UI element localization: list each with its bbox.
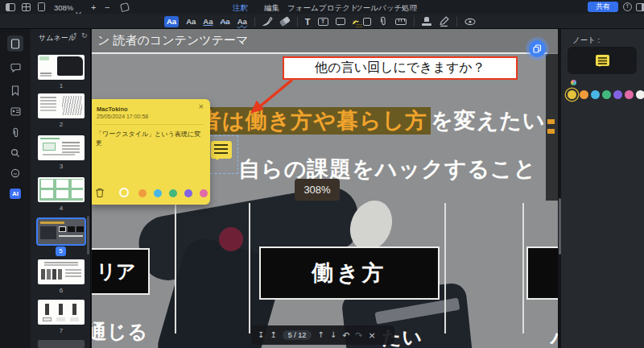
highlight-tool-icon[interactable]: Aa <box>164 16 179 27</box>
redo-icon[interactable]: ↻ <box>81 32 88 39</box>
bookmarks-panel-icon[interactable] <box>7 82 23 98</box>
note-delete-trash-icon[interactable] <box>95 188 105 198</box>
callout-text: 他の言い回しにできますか？ <box>315 60 485 77</box>
callout-tool-icon[interactable] <box>336 18 345 25</box>
undo-icon[interactable]: ↺ <box>71 32 77 39</box>
tab-tools[interactable]: ツール <box>355 3 378 14</box>
thumbnail-page-5-selected[interactable] <box>38 219 85 244</box>
tab-batch[interactable]: バッチ処理 <box>378 3 417 14</box>
tab-protect[interactable]: プロテクト <box>319 3 358 14</box>
sticky-note-anchor[interactable] <box>206 135 238 174</box>
note-style-preview-box[interactable] <box>568 47 637 74</box>
strikethrough-tool-icon[interactable]: Aa <box>220 17 229 27</box>
note-color-purple[interactable] <box>184 189 192 197</box>
measure-tool-icon[interactable] <box>395 19 407 25</box>
note-color-blue[interactable] <box>154 189 162 197</box>
sticky-note-popup[interactable]: MacTokino 25/05/2024 17:00:58 × 「ワークスタイル… <box>92 99 210 205</box>
thumbnail-label: 1 <box>38 82 85 89</box>
text-tool-icon[interactable]: T <box>305 17 311 27</box>
slide-headline-line2: 自らの課題をハックすること <box>238 155 536 184</box>
thumbnail-page-3[interactable] <box>38 135 85 160</box>
thumbnails-panel-icon[interactable] <box>7 35 23 52</box>
left-icon-strip: AI <box>0 29 31 348</box>
search-panel-icon[interactable] <box>7 145 23 161</box>
visibility-eye-icon[interactable] <box>464 17 476 27</box>
nav-close-icon[interactable]: × <box>369 331 376 340</box>
thumbnail-label: 2 <box>38 121 85 128</box>
slide-bottom-text-left: 通じる <box>92 319 148 345</box>
stamp-tool-icon[interactable] <box>422 17 431 26</box>
panel-color-orange[interactable] <box>580 90 588 99</box>
thumbnails-scrollbar[interactable] <box>87 216 89 255</box>
previous-page-icon[interactable]: ↑ <box>317 331 324 339</box>
tab-form[interactable]: フォーム <box>287 3 319 14</box>
note-style-icon <box>596 55 609 66</box>
grid-view-icon[interactable] <box>22 3 31 11</box>
slide-box-workstyle: 働き方 <box>259 246 440 300</box>
ai-copy-button[interactable] <box>529 40 546 57</box>
panel-color-pink[interactable] <box>625 90 634 99</box>
sidebar-toggle-icon[interactable] <box>6 3 15 11</box>
zoom-out-button[interactable]: − <box>105 2 109 12</box>
toolbar-divider <box>254 17 255 27</box>
note-body-text[interactable]: 「ワークスタイル」という表現に変更 <box>96 130 204 147</box>
goto-last-page-icon[interactable]: ↧ <box>258 331 264 339</box>
attachments-card-panel-icon[interactable] <box>7 103 23 119</box>
eraser-icon[interactable] <box>280 19 290 24</box>
ai-assistant-badge[interactable]: AI <box>7 185 23 201</box>
slide-headline-line1: 者は働き方や暮らし方を変えたい <box>196 106 546 135</box>
slide-box-right-clipped <box>526 246 558 300</box>
pencil-brush-icon[interactable] <box>262 16 273 27</box>
page-indicator[interactable]: 5 / 12 <box>283 330 312 340</box>
share-button[interactable]: 共有 <box>588 2 618 12</box>
thumbnail-page-1[interactable] <box>38 55 85 80</box>
highlighted-text[interactable]: 者は働き方や暮らし方 <box>196 107 431 135</box>
underline-tool-icon[interactable]: Aa <box>203 17 213 27</box>
hand-tool-icon[interactable] <box>120 2 130 12</box>
annotations-panel-icon[interactable] <box>7 60 23 76</box>
textbox-tool-icon[interactable]: T <box>318 18 328 26</box>
tab-edit[interactable]: 編集 <box>264 3 279 14</box>
panel-color-purple[interactable] <box>613 90 622 99</box>
nav-redo-icon[interactable]: ↷ <box>355 331 362 340</box>
sticky-note-tool-icon[interactable] <box>353 20 356 23</box>
custom-color-wheel-icon[interactable] <box>571 80 576 85</box>
callout-annotation[interactable]: 他の言い回しにできますか？ <box>283 56 518 80</box>
paperclip-panel-icon[interactable] <box>7 124 23 140</box>
thumbnail-page-6[interactable] <box>38 259 85 284</box>
single-page-icon[interactable] <box>38 2 45 11</box>
thumbnail-page-2[interactable] <box>38 93 85 118</box>
copy-pages-icon <box>533 44 542 53</box>
slide-column-line <box>522 203 524 334</box>
goto-first-page-icon[interactable]: ↥ <box>270 331 276 339</box>
note-close-icon[interactable]: × <box>199 102 204 111</box>
thumbnail-page-8[interactable] <box>38 340 85 348</box>
panel-color-blue[interactable] <box>591 90 600 99</box>
text-comment-tool-icon[interactable]: Aa <box>186 17 196 27</box>
right-panel-toggle-icon[interactable] <box>636 3 644 11</box>
thumbnail-page-7[interactable] <box>38 300 85 325</box>
panel-color-yellow-selected[interactable] <box>568 90 576 99</box>
toolbar-divider <box>456 17 457 27</box>
panel-color-white[interactable] <box>636 90 644 99</box>
note-color-orange[interactable] <box>138 189 147 197</box>
zoom-level-value[interactable]: 308% <box>54 3 73 12</box>
shape-tool-icon[interactable] <box>363 18 371 26</box>
next-page-icon[interactable]: ↓ <box>330 331 336 339</box>
upload-cloud-icon[interactable]: ↑ <box>623 2 632 11</box>
nav-undo-icon[interactable]: ↶ <box>342 331 349 340</box>
squiggly-tool-icon[interactable]: Aa <box>237 17 247 27</box>
panel-color-green[interactable] <box>602 90 611 99</box>
note-color-selected-ring[interactable] <box>119 188 129 197</box>
note-color-green[interactable] <box>169 189 177 197</box>
tab-annotate[interactable]: 注釈 <box>233 3 248 14</box>
note-color-pink[interactable] <box>200 189 208 197</box>
slide-right-dark-band <box>546 54 558 201</box>
thumbnail-page-4[interactable] <box>38 177 85 202</box>
zoom-in-button[interactable]: + <box>91 2 96 12</box>
feedback-panel-icon[interactable] <box>7 165 23 181</box>
annotation-toolbar: Aa Aa Aa Aa Aa T T <box>0 14 644 29</box>
document-canvas[interactable]: ン 読者のコンテンツテーマ リア 働き方 者は働き方や暮らし方を変えたい 自らの… <box>92 29 558 348</box>
signature-tool-icon[interactable] <box>439 16 449 27</box>
attachment-tool-icon[interactable] <box>378 16 388 27</box>
